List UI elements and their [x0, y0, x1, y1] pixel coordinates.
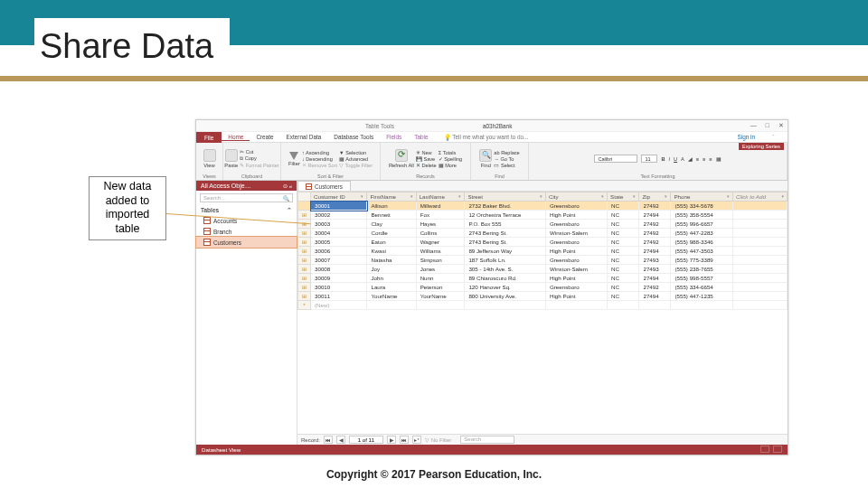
new-row[interactable]: *(New) [298, 301, 788, 310]
file-tab[interactable]: File [196, 132, 222, 143]
datasheet-grid[interactable]: Customer ID▾FirstName▾LastName▾Street▾Ci… [297, 192, 788, 434]
tab-database-tools[interactable]: Database Tools [327, 134, 380, 140]
table-row[interactable]: ⊞30005EatonWagner2743 Bering St.Greensbo… [298, 238, 788, 247]
row-selector[interactable]: ⊞ [298, 265, 311, 274]
col-city[interactable]: City▾ [545, 192, 607, 202]
col-street[interactable]: Street▾ [465, 192, 546, 202]
datasheet-view-button[interactable] [760, 446, 769, 453]
row-selector[interactable]: ⊞ [298, 238, 311, 247]
tab-table[interactable]: Table [408, 134, 434, 140]
nav-item-customers[interactable]: Customers [196, 237, 297, 248]
replace-button[interactable]: ab Replace [494, 150, 519, 155]
tab-create[interactable]: Create [250, 134, 279, 140]
maximize-button[interactable]: □ [766, 122, 769, 129]
table-row[interactable]: ⊞30007NatashaSimpson187 Suffolk Ln.Green… [298, 256, 788, 265]
col-lastname[interactable]: LastName▾ [416, 192, 465, 202]
new-button[interactable]: ✳ New [416, 150, 437, 155]
paste-button[interactable]: Paste [224, 149, 238, 168]
row-selector[interactable]: * [298, 301, 311, 310]
totals-button[interactable]: Σ Totals [439, 150, 462, 155]
row-selector[interactable]: ⊞ [298, 256, 311, 265]
row-selector[interactable]: ⊞ [298, 283, 311, 292]
tab-home[interactable]: Home [222, 134, 250, 141]
new-record-button[interactable]: ▸* [412, 436, 421, 444]
copy-button[interactable]: ⧉ Copy [240, 155, 279, 162]
fill-color-button[interactable]: ◢ [688, 156, 693, 162]
format-painter-button[interactable]: ✎ Format Painter [240, 163, 279, 168]
font-size-select[interactable]: 11 [641, 155, 657, 163]
row-selector-header[interactable] [298, 192, 311, 202]
nav-search[interactable]: Search... 🔍 [200, 193, 293, 202]
table-row[interactable]: ⊞30011YourNameYourName800 University Ave… [298, 292, 788, 301]
col-zip[interactable]: Zip▾ [639, 192, 671, 202]
table-row[interactable]: 30001AllisonMillward2732 Baker Blvd.Gree… [298, 202, 788, 211]
italic-button[interactable]: I [668, 156, 670, 162]
row-selector[interactable]: ⊞ [298, 292, 311, 301]
nav-header[interactable]: All Access Obje… ⊙ « [196, 181, 297, 191]
table-row[interactable]: ⊞30010LauraPeterson120 Hanover Sq.Greens… [298, 283, 788, 292]
align-left-button[interactable]: ≡ [696, 156, 699, 162]
row-selector[interactable] [298, 202, 311, 211]
descending-button[interactable]: ↓ Descending [302, 156, 337, 162]
nav-collapse-icon[interactable]: ⊙ « [283, 183, 292, 189]
next-record-button[interactable]: ▶ [387, 436, 396, 444]
goto-button[interactable]: → Go To [494, 156, 519, 162]
align-center-button[interactable]: ≡ [703, 156, 705, 162]
toggle-filter-button[interactable]: ▽ Toggle Filter [339, 163, 373, 168]
table-row[interactable]: ⊞30009JohnNunn89 Chiaroscuro Rd.High Poi… [298, 274, 788, 283]
row-selector[interactable]: ⊞ [298, 211, 311, 220]
gridlines-button[interactable]: ▦ [716, 156, 722, 162]
cut-button[interactable]: ✂ Cut [240, 149, 279, 155]
last-record-button[interactable]: ⏭ [400, 436, 409, 444]
ascending-button[interactable]: ↑ Ascending [302, 150, 337, 155]
spelling-button[interactable]: ✓ Spelling [439, 156, 462, 162]
col-customer id[interactable]: Customer ID▾ [311, 192, 367, 202]
collapse-ribbon-icon[interactable]: ˄ [772, 134, 775, 141]
more-button[interactable]: ▦ More [439, 163, 462, 168]
nav-group-tables[interactable]: Tables⌃ [196, 205, 297, 215]
click-to-add[interactable]: Click to Add ▾ [733, 192, 788, 202]
record-position[interactable] [349, 436, 383, 444]
group-records: Refresh All ✳ New 💾 Save ✕ Delete Σ Tota… [381, 143, 471, 180]
slide-header: Share Data [0, 0, 868, 81]
design-view-button[interactable] [773, 446, 782, 453]
row-selector[interactable]: ⊞ [298, 247, 311, 256]
find-button[interactable]: Find [479, 149, 492, 168]
table-row[interactable]: ⊞30008JoyJones305 - 14th Ave. S.Winston-… [298, 265, 788, 274]
bold-button[interactable]: B [661, 156, 665, 162]
first-record-button[interactable]: ⏮ [324, 436, 333, 444]
col-firstname[interactable]: FirstName▾ [367, 192, 416, 202]
font-color-button[interactable]: A [681, 156, 684, 162]
record-search[interactable]: Search [460, 436, 514, 444]
underline-button[interactable]: U [674, 156, 677, 162]
remove-sort-button[interactable]: ⨯ Remove Sort [302, 163, 337, 168]
prev-record-button[interactable]: ◀ [336, 436, 345, 444]
col-phone[interactable]: Phone▾ [671, 192, 733, 202]
table-row[interactable]: ⊞30006KwasiWilliams89 Jefferson WayHigh … [298, 247, 788, 256]
align-right-button[interactable]: ≡ [709, 156, 712, 162]
tab-fields[interactable]: Fields [380, 134, 408, 140]
filter-button[interactable]: Filter [288, 152, 300, 166]
table-row[interactable]: ⊞30002BennettFox12 Orchestra TerraceHigh… [298, 211, 788, 220]
delete-button[interactable]: ✕ Delete [416, 163, 437, 168]
font-select[interactable]: Calibri [594, 155, 637, 163]
object-tab-customers[interactable]: Customers [297, 181, 351, 191]
table-row[interactable]: ⊞30003ClayHayesP.O. Box 555GreensboroNC2… [298, 220, 788, 229]
select-button[interactable]: ▭ Select [494, 163, 519, 168]
view-button[interactable]: View [203, 149, 216, 168]
col-state[interactable]: State▾ [608, 192, 639, 202]
minimize-button[interactable]: — [750, 122, 757, 129]
tell-me[interactable]: 💡 Tell me what you want to do... [444, 134, 529, 141]
selection-button[interactable]: ▼ Selection [339, 150, 373, 155]
advanced-button[interactable]: ▦ Advanced [339, 156, 373, 162]
callout-box: New data added to imported table [89, 176, 166, 240]
tab-external-data[interactable]: External Data [280, 134, 328, 140]
table-row[interactable]: ⊞30004CordleCollins2743 Bering St.Winsto… [298, 229, 788, 238]
refresh-button[interactable]: Refresh All [389, 149, 414, 168]
save-button[interactable]: 💾 Save [416, 156, 437, 162]
nav-item-branch[interactable]: Branch [196, 226, 297, 237]
close-button[interactable]: ✕ [778, 122, 784, 129]
row-selector[interactable]: ⊞ [298, 274, 311, 283]
sign-in-link[interactable]: Sign in [737, 134, 755, 140]
row-selector[interactable]: ⊞ [298, 229, 311, 238]
